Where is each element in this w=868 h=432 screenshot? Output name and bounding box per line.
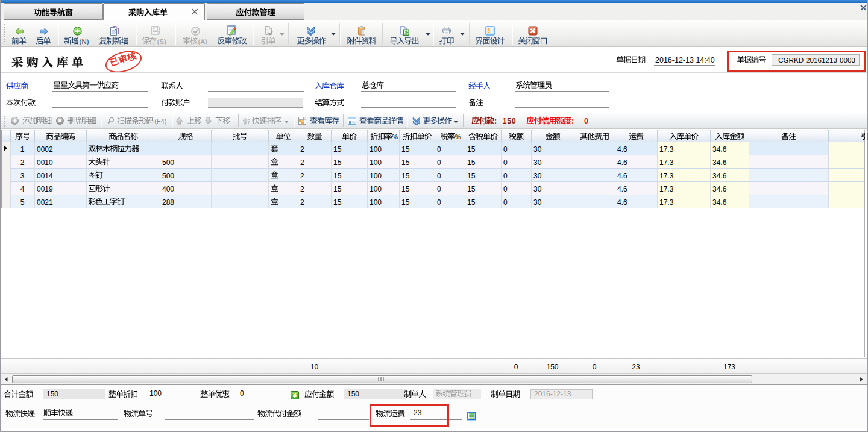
svg-text:¥: ¥ [293,392,297,399]
